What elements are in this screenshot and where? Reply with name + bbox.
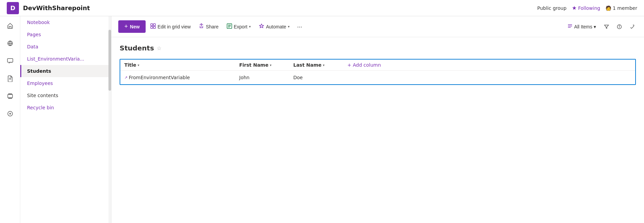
lastname-sort-icon: ▾: [323, 63, 325, 67]
col-lastname-label: Last Name: [293, 62, 322, 68]
add-column-label[interactable]: + Add column: [347, 62, 381, 68]
view-caret: ▾: [594, 24, 596, 29]
chat-icon[interactable]: [5, 55, 16, 66]
more-button[interactable]: ···: [294, 22, 305, 32]
site-title: DevWithSharepoint: [23, 4, 537, 12]
info-icon[interactable]: [614, 22, 624, 32]
sidebar-item-site-contents[interactable]: Site contents: [20, 89, 111, 102]
col-add-header[interactable]: + Add column: [343, 60, 635, 71]
list-table: Title ▾ First Name ▾: [120, 60, 635, 84]
favorite-star-icon[interactable]: ☆: [157, 45, 162, 51]
public-group-label: Public group: [537, 5, 567, 11]
firstname-sort-icon: ▾: [270, 63, 271, 67]
filter-icon[interactable]: [601, 22, 612, 32]
member-count: 🧑 1 member: [605, 5, 637, 11]
person-icon: 🧑: [605, 5, 611, 11]
title-value: FromEnvironmentVariable: [129, 75, 190, 80]
list-title: Students: [120, 44, 154, 52]
star-icon: ★: [572, 5, 577, 11]
sidebar-item-recycle-bin[interactable]: Recycle bin: [20, 102, 111, 114]
view-selector[interactable]: All Items ▾: [565, 21, 599, 32]
list-table-wrapper: Title ▾ First Name ▾: [120, 59, 636, 85]
site-avatar: D: [7, 2, 19, 14]
svg-rect-4: [8, 94, 13, 98]
sidebar-item-notebook[interactable]: Notebook: [20, 16, 111, 28]
col-lastname-header[interactable]: Last Name ▾: [289, 60, 343, 71]
left-rail: [0, 16, 20, 223]
svg-rect-1: [7, 59, 13, 62]
view-label: All Items: [574, 24, 592, 29]
document-icon[interactable]: [5, 73, 16, 84]
list-title-row: Students ☆: [120, 44, 636, 52]
grid-icon: [150, 23, 156, 30]
edit-grid-button[interactable]: Edit in grid view: [147, 21, 194, 32]
plus-icon: +: [124, 23, 128, 30]
automate-label: Automate: [266, 24, 286, 29]
svg-rect-10: [151, 24, 153, 26]
col-title-label: Title: [124, 62, 136, 68]
svg-rect-5: [8, 94, 12, 94]
row-link-icon: ↗: [124, 75, 127, 80]
lastname-cell: Doe: [289, 71, 343, 85]
edit-grid-label: Edit in grid view: [157, 24, 191, 29]
automate-button[interactable]: Automate ▾: [255, 21, 293, 32]
export-label: Export: [234, 24, 247, 29]
share-icon: [199, 23, 204, 30]
export-icon: [227, 23, 232, 30]
automate-icon: [259, 23, 264, 30]
header: D DevWithSharepoint Public group ★ Follo…: [0, 0, 644, 16]
svg-rect-11: [153, 24, 155, 26]
col-title-header[interactable]: Title ▾: [120, 60, 235, 71]
main-body: Notebook Pages Data List_EnvironmentVari…: [0, 16, 644, 223]
firstname-cell: John: [235, 71, 289, 85]
svg-rect-13: [153, 26, 155, 28]
share-label: Share: [206, 24, 218, 29]
sidebar-item-data[interactable]: Data: [20, 41, 111, 53]
sidebar-item-listenvironmentvaria[interactable]: List_EnvironmentVaria...: [20, 53, 111, 65]
sidebar: Notebook Pages Data List_EnvironmentVari…: [20, 16, 112, 223]
svg-rect-6: [8, 98, 12, 98]
table-row[interactable]: ↗ FromEnvironmentVariable John Doe: [120, 71, 635, 85]
header-right: Public group ★ Following 🧑 1 member: [537, 5, 637, 11]
new-button[interactable]: + New: [118, 20, 146, 33]
automate-caret: ▾: [288, 25, 290, 28]
sidebar-item-pages[interactable]: Pages: [20, 28, 111, 41]
col-firstname-label: First Name: [239, 62, 268, 68]
share-button[interactable]: Share: [195, 21, 222, 32]
globe-icon[interactable]: [5, 38, 16, 49]
table-header-row: Title ▾ First Name ▾: [120, 60, 635, 71]
export-button[interactable]: Export ▾: [223, 21, 254, 32]
export-caret: ▾: [249, 25, 251, 28]
sidebar-item-employees[interactable]: Employees: [20, 77, 111, 89]
scroll-thumb[interactable]: [108, 30, 111, 91]
home-icon[interactable]: [5, 20, 16, 31]
layers-icon[interactable]: [5, 91, 16, 102]
command-bar: + New Edit in grid view: [112, 16, 644, 37]
content-area: + New Edit in grid view: [112, 16, 644, 223]
list-area: Students ☆ Title ▾: [112, 37, 644, 223]
sidebar-item-students[interactable]: Students: [20, 65, 111, 77]
list-icon: [567, 23, 573, 30]
following-label: Following: [578, 5, 600, 11]
svg-rect-12: [151, 26, 153, 28]
scroll-track: [108, 16, 111, 223]
add-icon[interactable]: [5, 108, 16, 119]
title-sort-icon: ▾: [138, 63, 139, 67]
addcol-cell: [343, 71, 635, 85]
new-label: New: [130, 24, 140, 29]
command-right: All Items ▾: [565, 21, 637, 32]
title-cell: ↗ FromEnvironmentVariable: [120, 71, 235, 85]
following-button[interactable]: ★ Following: [572, 5, 600, 11]
svg-point-23: [619, 25, 620, 26]
col-firstname-header[interactable]: First Name ▾: [235, 60, 289, 71]
expand-icon[interactable]: [627, 22, 637, 32]
